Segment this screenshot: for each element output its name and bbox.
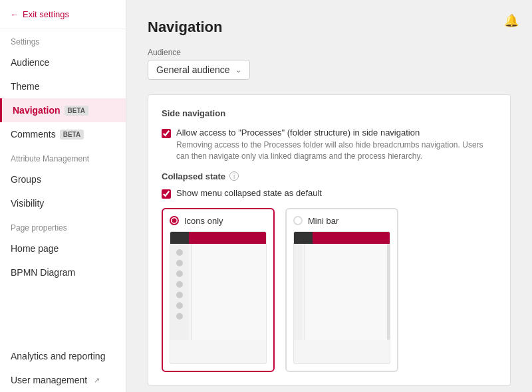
icons-only-preview [170,231,267,364]
processes-checkbox-row: Allow access to "Processes" (folder stru… [162,128,497,162]
sidebar-item-label: User management [11,375,87,385]
processes-checkbox[interactable] [162,129,171,138]
chevron-down-icon: ⌄ [235,66,241,74]
attribute-management-label: Attribute Management [0,146,126,167]
sidebar-item-groups[interactable]: Groups [0,167,126,191]
processes-checkbox-label: Allow access to "Processes" (folder stru… [176,128,497,138]
preview-content-area [192,244,266,340]
sidebar: ← Exit settings Settings Audience Theme … [0,0,126,392]
collapsed-checkbox-label: Show menu collapsed state as default [176,188,322,198]
preview-header-dark [294,232,313,244]
sidebar-item-label: Comments [11,129,56,140]
main-content: 🔔 Navigation Audience General audience ⌄… [126,0,532,392]
mini-bar-option[interactable]: Mini bar [285,208,398,372]
preview-header [294,232,390,244]
processes-checkbox-desc: Removing access to the Processes folder … [176,140,497,162]
side-nav-title: Side navigation [162,108,497,118]
mini-bar-radio[interactable] [293,216,303,225]
sidebar-item-label: Groups [11,174,41,185]
preview-scroll [387,244,390,340]
preview-header-accent [189,232,266,244]
pin-icon[interactable]: 🔔 [504,13,519,28]
option-header: Icons only [170,216,267,226]
preview-header [170,232,266,244]
preview-sidebar-mini [170,244,189,340]
sidebar-item-label: Navigation [13,105,61,116]
collapsed-state-label: Collapsed state [162,171,225,181]
collapsed-state-row: Collapsed state i [162,171,497,181]
sidebar-item-label: Visibility [11,198,44,209]
settings-card: Side navigation Allow access to "Process… [148,94,511,386]
collapsed-checkbox-row: Show menu collapsed state as default [162,188,497,199]
preview-dot [176,302,183,309]
sidebar-item-label: Analytics and reporting [11,351,105,361]
option-header: Mini bar [293,216,390,226]
options-row: Icons only [162,208,497,372]
audience-label: Audience [148,48,511,57]
sidebar-item-bpmn-diagram[interactable]: BPMN Diagram [0,260,126,284]
preview-dot [176,281,183,288]
sidebar-item-comments[interactable]: Comments BETA [0,122,126,146]
sidebar-item-audience[interactable]: Audience [0,50,126,74]
preview-bar-container [294,244,390,340]
sidebar-item-user-management[interactable]: User management ↗ [0,368,126,392]
page-properties-label: Page properties [0,215,126,237]
preview-bar-container [170,244,266,340]
sidebar-item-analytics[interactable]: Analytics and reporting [0,344,126,368]
audience-section: Audience General audience ⌄ [148,48,511,80]
audience-dropdown[interactable]: General audience ⌄ [148,60,250,80]
preview-content-area [305,244,390,340]
page-title: Navigation [148,19,511,36]
preview-dot [176,313,183,320]
sidebar-item-theme[interactable]: Theme [0,74,126,98]
sidebar-item-home-page[interactable]: Home page [0,237,126,260]
sidebar-item-label: Home page [11,243,59,254]
preview-dot [176,249,183,256]
icons-only-label: Icons only [184,216,223,226]
icons-only-radio[interactable] [170,216,179,225]
exit-settings-button[interactable]: ← Exit settings [0,0,126,29]
sidebar-item-navigation[interactable]: Navigation BETA [0,98,126,122]
navigation-beta-badge: BETA [65,106,88,116]
audience-value: General audience [156,64,230,75]
comments-beta-badge: BETA [60,130,84,140]
preview-header-dark [170,232,189,244]
preview-dot [176,292,183,298]
settings-section-label: Settings [0,29,126,50]
sidebar-item-label: Theme [11,81,40,92]
info-icon[interactable]: i [229,171,239,181]
arrow-left-icon: ← [11,10,19,19]
sidebar-item-label: Audience [11,57,49,68]
collapsed-checkbox[interactable] [162,189,171,199]
sidebar-item-label: BPMN Diagram [11,267,75,278]
mini-bar-label: Mini bar [308,216,338,226]
preview-header-accent [313,232,390,244]
sidebar-item-visibility[interactable]: Visibility [0,191,126,215]
exit-label: Exit settings [23,9,69,19]
preview-dot [176,260,183,266]
mini-bar-preview [293,231,390,364]
external-link-icon: ↗ [94,376,100,385]
preview-dot [176,270,183,277]
icons-only-option[interactable]: Icons only [162,208,275,372]
